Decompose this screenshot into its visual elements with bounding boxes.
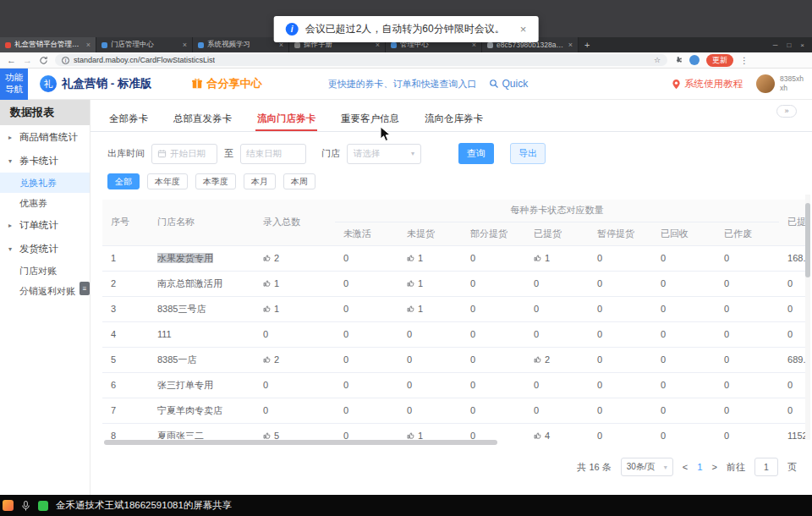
cell-value: 0 — [255, 372, 335, 398]
quick-filter-button[interactable]: 本月 — [244, 173, 276, 189]
sidebar-item-store-reconciliation[interactable]: 门店对账 — [0, 261, 90, 281]
quick-filter-button[interactable]: 本季度 — [195, 173, 236, 189]
cell-index: 6 — [102, 372, 149, 398]
cell-value[interactable]: 1 — [398, 423, 462, 439]
cell-value[interactable]: 2 — [255, 245, 335, 271]
tab-close-icon[interactable]: × — [568, 41, 573, 49]
end-date-input[interactable]: 结束日期 — [240, 144, 306, 164]
col-header-no: 序号 — [102, 200, 149, 245]
share-center-link[interactable]: 合分享中心 — [191, 76, 262, 91]
sidebar-item-product-sales[interactable]: ▸ 商品销售统计 — [0, 125, 90, 149]
sidebar-item-card-stats[interactable]: ▾ 券卡统计 — [0, 149, 90, 173]
cell-value: 0 — [398, 372, 462, 398]
cell-value[interactable]: 4 — [525, 423, 589, 439]
cell-value[interactable]: 1 — [398, 271, 462, 296]
chevron-down-icon: ▾ — [664, 464, 667, 471]
address-bar[interactable]: standard.maboy.cn/CardFlowStatisticsList… — [55, 54, 667, 66]
sidebar-item-order-stats[interactable]: ▸ 订单统计 — [0, 213, 90, 237]
refresh-icon[interactable] — [39, 56, 48, 65]
thumb-up-icon — [263, 305, 272, 313]
browser-tab[interactable]: 礼盒营销平台管理中心× — [0, 37, 96, 52]
cell-value: 0 — [716, 398, 779, 423]
start-date-input[interactable]: 开始日期 — [151, 144, 217, 164]
cell-value: 0 — [779, 321, 807, 347]
sidebar-collapse-handle[interactable]: ≡ — [80, 282, 90, 295]
cell-value[interactable]: 1 — [398, 296, 462, 321]
cell-value: 0 — [525, 271, 589, 296]
sidebar-item-redeem-coupon[interactable]: 兑换礼券 — [0, 173, 90, 193]
cell-value: 0 — [462, 271, 525, 296]
cell-value[interactable]: 1 — [255, 271, 335, 296]
forward-icon[interactable]: → — [23, 56, 32, 65]
hscroll-thumb[interactable] — [104, 440, 497, 445]
update-chip[interactable]: 更新 — [706, 54, 733, 67]
vscroll-thumb[interactable] — [805, 203, 810, 277]
user-avatar[interactable] — [756, 74, 775, 93]
quick-filter-button[interactable]: 本周 — [283, 173, 315, 189]
status-column-header: 已提货 — [525, 222, 589, 245]
cell-value: 0 — [716, 296, 779, 321]
export-button[interactable]: 导出 — [510, 143, 546, 164]
toast-close-icon[interactable]: × — [520, 23, 527, 36]
quick-search-link[interactable]: Quick — [489, 78, 529, 90]
meeting-app-icon[interactable] — [3, 500, 14, 511]
cell-value: 0 — [716, 423, 779, 439]
cell-value[interactable]: 1 — [398, 245, 462, 271]
store-select[interactable]: 请选择 ▾ — [347, 144, 421, 164]
cell-value[interactable]: 5 — [255, 423, 335, 439]
sidebar-item-rebate-reconciliation[interactable]: 分销返利对账 — [0, 281, 90, 301]
thumb-up-icon — [263, 355, 272, 364]
main-tab[interactable]: 全部券卡 — [107, 107, 150, 131]
back-icon[interactable]: ← — [7, 56, 16, 65]
close-window-icon[interactable]: × — [800, 41, 804, 49]
panel-collapse-button[interactable]: » — [776, 105, 797, 118]
quick-filter-button[interactable]: 全部 — [107, 173, 140, 189]
microphone-icon[interactable] — [21, 500, 30, 512]
page-size-select[interactable]: 30条/页 ▾ — [621, 458, 673, 476]
browser-profile-avatar[interactable] — [689, 55, 700, 65]
function-nav-button[interactable]: 功能导航 — [0, 69, 28, 100]
thumb-up-icon — [534, 431, 542, 439]
tutorial-link[interactable]: 系统使用教程 — [672, 78, 743, 91]
tutorial-label: 系统使用教程 — [684, 78, 743, 91]
store-name: 南京总部激活用 — [157, 278, 222, 288]
extensions-icon[interactable] — [674, 56, 683, 64]
window-controls: ─ □ × — [773, 37, 804, 52]
pin-icon — [672, 79, 681, 90]
horizontal-scrollbar[interactable] — [102, 439, 807, 446]
tab-close-icon[interactable]: × — [183, 41, 187, 49]
tab-title: 门店管理中心 — [111, 40, 179, 50]
main-tabs: 全部券卡总部直发券卡流向门店券卡重要客户信息流向仓库券卡 — [91, 107, 812, 132]
next-page-button[interactable]: > — [712, 462, 717, 472]
site-info-icon[interactable] — [62, 57, 69, 64]
prev-page-button[interactable]: < — [683, 462, 688, 472]
quick-filter-button[interactable]: 本年度 — [147, 173, 188, 189]
sidebar-item-shipping-stats[interactable]: ▾ 发货统计 — [0, 237, 90, 261]
thumb-up-icon — [263, 431, 272, 439]
cell-value[interactable]: 2 — [255, 347, 335, 372]
search-button[interactable]: 查询 — [458, 143, 494, 164]
vertical-scrollbar[interactable] — [805, 195, 810, 440]
main-tab[interactable]: 重要客户信息 — [339, 107, 401, 131]
chevron-down-icon: ▾ — [8, 157, 15, 165]
main-tab[interactable]: 流向门店券卡 — [255, 107, 317, 131]
sidebar-item-discount-coupon[interactable]: 优惠券 — [0, 193, 90, 213]
new-tab-button[interactable]: + — [584, 40, 590, 50]
cell-value[interactable]: 1 — [255, 296, 335, 321]
status-column-header: 未提货 — [398, 222, 462, 245]
table-row: 38385三号店101000000 — [102, 296, 807, 321]
main-tab[interactable]: 流向仓库券卡 — [423, 107, 485, 131]
cell-value[interactable]: 1 — [525, 245, 589, 271]
main-tab[interactable]: 总部直发券卡 — [172, 107, 233, 131]
browser-menu-icon[interactable]: ⋮ — [740, 56, 749, 65]
maximize-icon[interactable]: □ — [787, 41, 791, 49]
cell-value[interactable]: 2 — [525, 347, 589, 372]
cell-value: 0 — [462, 296, 525, 321]
minimize-icon[interactable]: ─ — [773, 41, 778, 49]
goto-page-input[interactable]: 1 — [754, 458, 778, 476]
browser-tab[interactable]: 门店管理中心× — [96, 37, 193, 52]
bookmark-star-icon[interactable]: ☆ — [654, 56, 661, 64]
current-page[interactable]: 1 — [697, 462, 702, 472]
tab-close-icon[interactable]: × — [86, 41, 91, 49]
cell-value: 0 — [589, 321, 652, 347]
